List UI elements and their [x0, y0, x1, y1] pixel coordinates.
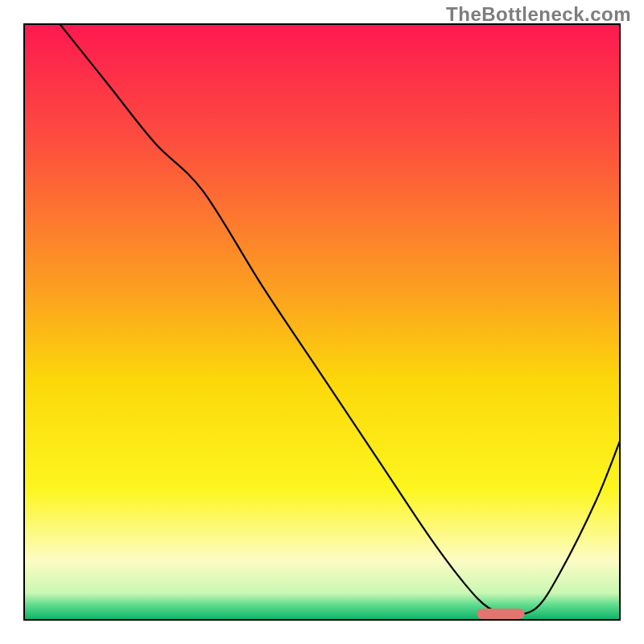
optimal-range-marker [477, 609, 524, 619]
watermark-text: TheBottleneck.com [446, 3, 631, 26]
chart-background [24, 24, 620, 620]
chart-stage: TheBottleneck.com [0, 0, 644, 644]
bottleneck-chart [0, 0, 644, 644]
